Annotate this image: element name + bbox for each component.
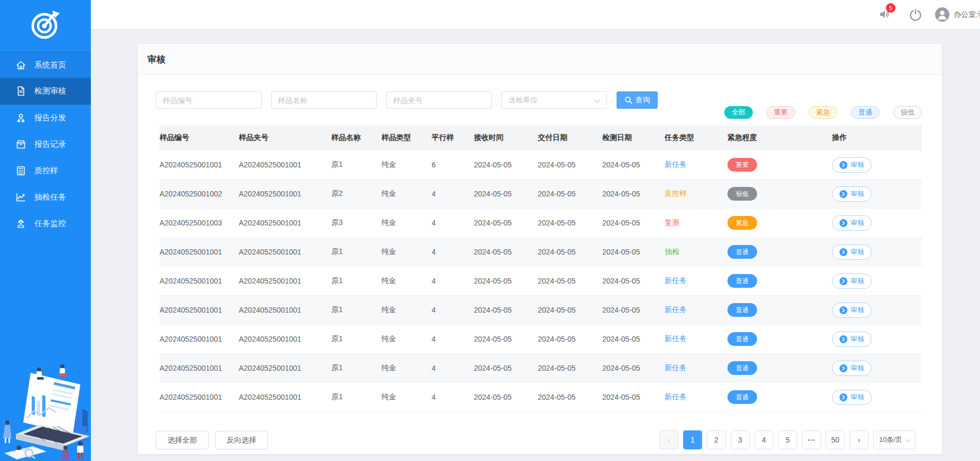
- cell-sample-name: 原1: [331, 160, 381, 170]
- cell-sample-no: A20240525001001: [160, 364, 239, 372]
- sample-no-input[interactable]: [156, 91, 262, 109]
- sidebar-illustration: [0, 363, 91, 461]
- priority-filter-badge[interactable]: 较低: [893, 106, 922, 119]
- invert-selection-button[interactable]: 反向选择: [215, 431, 268, 449]
- sidebar-item[interactable]: 质控样: [0, 157, 91, 184]
- cell-sample-type: 纯金: [381, 218, 432, 228]
- audit-button-label: 审核: [851, 218, 864, 228]
- circle-arrow-icon: [839, 190, 847, 198]
- cell-test-date: 2024-05-05: [602, 219, 665, 227]
- column-header: 样品名称: [331, 133, 381, 143]
- pagination: ‹ 12345•••50 › 10条/页: [659, 430, 916, 449]
- cell-delivery-date: 2024-05-05: [538, 277, 602, 285]
- cell-sample-type: 纯金: [381, 363, 432, 373]
- cell-sample-no: A20240525001001: [160, 335, 239, 343]
- audit-button[interactable]: 审核: [832, 186, 872, 202]
- cell-test-date: 2024-05-05: [602, 190, 665, 198]
- sample-folder-input[interactable]: [386, 91, 492, 109]
- audit-button[interactable]: 审核: [832, 274, 872, 289]
- cell-sample-no: A20240525001003: [160, 219, 239, 227]
- cell-folder-no: A20240525001001: [239, 161, 331, 169]
- pagination-pages: 12345•••50: [683, 430, 845, 449]
- cell-test-date: 2024-05-05: [602, 277, 665, 285]
- sidebar-item[interactable]: 系统首页: [0, 52, 91, 78]
- audit-button[interactable]: 审核: [832, 390, 872, 405]
- select-all-button[interactable]: 选择全部: [156, 431, 209, 449]
- audit-button-label: 审核: [851, 160, 864, 170]
- circle-arrow-icon: [839, 219, 847, 227]
- user-share-icon: [15, 112, 26, 124]
- sidebar-item[interactable]: 报告分发: [0, 105, 91, 131]
- cell-test-date: 2024-05-05: [602, 161, 665, 169]
- sample-name-input[interactable]: [271, 91, 377, 109]
- avatar: [935, 7, 949, 22]
- sidebar: 系统首页 检测审核 报告分发 报告记录 质控样 抽检任务 任务监控: [0, 0, 91, 461]
- cell-sample-name: 原1: [331, 276, 381, 286]
- sidebar-item-label: 检测审核: [34, 86, 66, 96]
- page-size-select[interactable]: 10条/页: [873, 430, 916, 449]
- query-button[interactable]: 查询: [617, 91, 658, 109]
- priority-filter-badge[interactable]: 紧急: [809, 106, 837, 119]
- prev-page-button[interactable]: ‹: [659, 430, 678, 449]
- page-button[interactable]: 5: [778, 430, 797, 449]
- cell-folder-no: A20240525001001: [239, 393, 331, 401]
- page-button[interactable]: 1: [683, 430, 702, 449]
- cell-folder-no: A20240525001001: [239, 335, 331, 343]
- page-button[interactable]: 2: [707, 430, 726, 449]
- cell-folder-no: A20240525001001: [239, 277, 331, 285]
- audit-button[interactable]: 审核: [832, 361, 872, 376]
- table-row: A20240525001001 A20240525001001 原1 纯金 4 …: [160, 267, 922, 296]
- logout-button[interactable]: [909, 8, 922, 22]
- table-header-row: 样品编号样品夹号样品名称样品类型平行样接收时间交付日期检测日期任务类型紧急程度操…: [160, 125, 922, 150]
- search-icon: [624, 96, 632, 104]
- audit-button[interactable]: 审核: [832, 244, 872, 260]
- audit-button-label: 审核: [851, 363, 864, 373]
- sidebar-item[interactable]: 抽检任务: [0, 184, 91, 210]
- cell-parallel: 4: [432, 335, 474, 343]
- cell-delivery-date: 2024-05-05: [538, 335, 602, 343]
- sending-unit-select[interactable]: 送检单位: [501, 91, 607, 109]
- cell-received-date: 2024-05-05: [474, 219, 538, 227]
- user-menu[interactable]: 办公室:张: [935, 7, 980, 22]
- priority-filter-badge[interactable]: 全部: [724, 106, 753, 119]
- cell-received-date: 2024-05-05: [474, 364, 538, 372]
- cell-received-date: 2024-05-05: [474, 277, 538, 285]
- cell-received-date: 2024-05-05: [474, 190, 538, 198]
- table-row: A20240525001001 A20240525001001 原1 纯金 4 …: [160, 383, 922, 412]
- chevron-down-icon: [906, 437, 911, 443]
- cell-received-date: 2024-05-05: [474, 248, 538, 256]
- sidebar-menu: 系统首页 检测审核 报告分发 报告记录 质控样 抽检任务 任务监控: [0, 52, 91, 237]
- selection-buttons: 选择全部 反向选择: [156, 431, 268, 449]
- table-body: A20240525001001 A20240525001001 原1 纯金 6 …: [160, 150, 922, 412]
- task-type-label: 新任务: [665, 276, 687, 285]
- sidebar-item[interactable]: 任务监控: [0, 210, 91, 237]
- audit-button[interactable]: 审核: [832, 332, 872, 347]
- cell-sample-name: 原1: [331, 392, 381, 402]
- audit-button-label: 审核: [851, 392, 864, 402]
- page-button[interactable]: •••: [802, 430, 821, 449]
- circle-arrow-icon: [839, 335, 847, 343]
- sidebar-item-label: 任务监控: [34, 219, 66, 229]
- sidebar-item[interactable]: 报告记录: [0, 131, 91, 157]
- priority-filter-badge[interactable]: 重要: [767, 106, 795, 119]
- column-header: 操作: [832, 133, 922, 143]
- notifications-button[interactable]: 5: [878, 8, 892, 22]
- next-page-button[interactable]: ›: [850, 430, 869, 449]
- page-button[interactable]: 50: [826, 430, 845, 449]
- app-logo: [30, 10, 61, 42]
- priority-filter-badge[interactable]: 普通: [851, 106, 880, 119]
- audit-button[interactable]: 审核: [832, 215, 872, 231]
- column-header: 样品夹号: [239, 133, 331, 143]
- audit-button[interactable]: 审核: [832, 157, 872, 173]
- priority-badge: 普通: [727, 303, 757, 317]
- sidebar-item-label: 报告记录: [34, 139, 66, 149]
- chart-icon: [15, 192, 26, 203]
- page-button[interactable]: 4: [754, 430, 773, 449]
- table-row: A20240525001001 A20240525001001 原1 纯金 6 …: [160, 150, 922, 180]
- audit-button-label: 审核: [851, 305, 864, 315]
- cell-parallel: 6: [432, 161, 474, 169]
- audit-button[interactable]: 审核: [832, 303, 872, 318]
- sidebar-item[interactable]: 检测审核: [0, 78, 91, 105]
- page-button[interactable]: 3: [731, 430, 750, 449]
- audit-table: 样品编号样品夹号样品名称样品类型平行样接收时间交付日期检测日期任务类型紧急程度操…: [160, 125, 922, 412]
